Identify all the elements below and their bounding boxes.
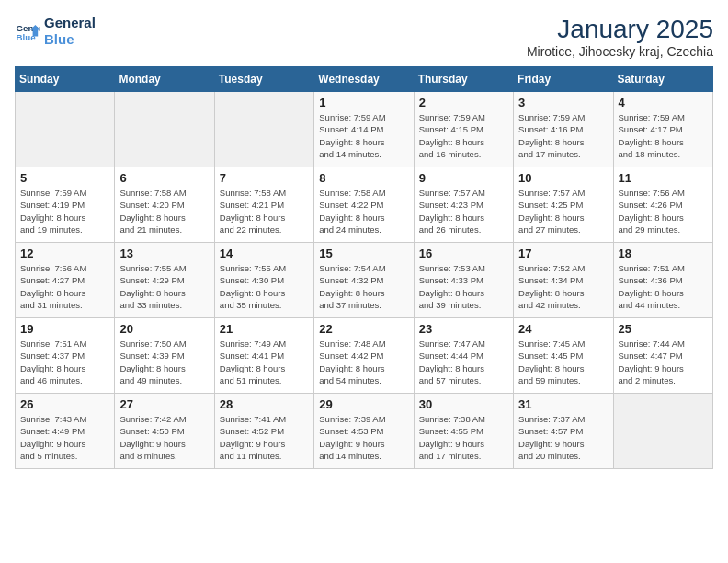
daylight-text: Daylight: 9 hours bbox=[518, 438, 608, 450]
sunrise-text: Sunrise: 7:56 AM bbox=[20, 262, 109, 274]
daylight-text: and 14 minutes. bbox=[319, 148, 408, 160]
calendar-cell bbox=[16, 92, 115, 167]
daylight-text: and 20 minutes. bbox=[518, 450, 608, 462]
daylight-text: Daylight: 8 hours bbox=[419, 136, 508, 148]
day-number: 8 bbox=[319, 171, 408, 185]
daylight-text: and 49 minutes. bbox=[119, 374, 209, 386]
sunrise-text: Sunrise: 7:58 AM bbox=[319, 187, 408, 199]
sunrise-text: Sunrise: 7:59 AM bbox=[619, 111, 708, 123]
sunrise-text: Sunrise: 7:57 AM bbox=[419, 187, 508, 199]
sunrise-text: Sunrise: 7:59 AM bbox=[518, 111, 608, 123]
daylight-text: and 51 minutes. bbox=[220, 374, 309, 386]
sunrise-text: Sunrise: 7:51 AM bbox=[619, 262, 708, 274]
daylight-text: Daylight: 8 hours bbox=[518, 212, 608, 224]
calendar-cell: 4Sunrise: 7:59 AMSunset: 4:17 PMDaylight… bbox=[613, 92, 712, 167]
sunset-text: Sunset: 4:57 PM bbox=[518, 425, 608, 437]
calendar-cell: 20Sunrise: 7:50 AMSunset: 4:39 PMDayligh… bbox=[115, 318, 214, 394]
day-number: 14 bbox=[220, 247, 309, 260]
daylight-text: and 39 minutes. bbox=[419, 299, 508, 311]
calendar-cell: 16Sunrise: 7:53 AMSunset: 4:33 PMDayligh… bbox=[414, 243, 513, 318]
sunset-text: Sunset: 4:14 PM bbox=[319, 123, 408, 135]
sunrise-text: Sunrise: 7:39 AM bbox=[319, 413, 408, 425]
sunset-text: Sunset: 4:47 PM bbox=[619, 350, 708, 362]
day-number: 18 bbox=[619, 247, 708, 260]
header-sunday: Sunday bbox=[16, 67, 115, 92]
calendar-cell: 29Sunrise: 7:39 AMSunset: 4:53 PMDayligh… bbox=[314, 394, 414, 469]
calendar-title: January 2025 bbox=[527, 15, 713, 44]
daylight-text: Daylight: 8 hours bbox=[319, 362, 408, 374]
day-number: 5 bbox=[20, 171, 109, 185]
sunset-text: Sunset: 4:34 PM bbox=[518, 274, 608, 286]
daylight-text: Daylight: 9 hours bbox=[419, 438, 508, 450]
day-number: 26 bbox=[20, 397, 109, 411]
sunset-text: Sunset: 4:37 PM bbox=[20, 350, 109, 362]
daylight-text: and 5 minutes. bbox=[20, 450, 109, 462]
calendar-cell: 24Sunrise: 7:45 AMSunset: 4:45 PMDayligh… bbox=[514, 318, 613, 394]
sunrise-text: Sunrise: 7:55 AM bbox=[119, 262, 209, 274]
daylight-text: and 18 minutes. bbox=[619, 148, 708, 160]
sunset-text: Sunset: 4:23 PM bbox=[419, 199, 508, 211]
sunset-text: Sunset: 4:22 PM bbox=[319, 199, 408, 211]
day-number: 1 bbox=[319, 96, 408, 109]
day-number: 25 bbox=[619, 322, 708, 336]
calendar-cell: 23Sunrise: 7:47 AMSunset: 4:44 PMDayligh… bbox=[414, 318, 513, 394]
logo: General Blue General Blue bbox=[15, 15, 96, 48]
sunset-text: Sunset: 4:16 PM bbox=[518, 123, 608, 135]
daylight-text: Daylight: 8 hours bbox=[518, 362, 608, 374]
daylight-text: and 54 minutes. bbox=[319, 374, 408, 386]
daylight-text: Daylight: 8 hours bbox=[619, 212, 708, 224]
title-block: January 2025 Mirotice, Jihocesky kraj, C… bbox=[527, 15, 713, 59]
calendar-cell: 2Sunrise: 7:59 AMSunset: 4:15 PMDaylight… bbox=[414, 92, 513, 167]
daylight-text: and 11 minutes. bbox=[220, 450, 309, 462]
header-saturday: Saturday bbox=[613, 67, 712, 92]
day-number: 30 bbox=[419, 397, 508, 411]
daylight-text: and 27 minutes. bbox=[518, 224, 608, 236]
daylight-text: and 17 minutes. bbox=[518, 148, 608, 160]
daylight-text: and 24 minutes. bbox=[319, 224, 408, 236]
day-number: 13 bbox=[119, 247, 209, 260]
sunrise-text: Sunrise: 7:38 AM bbox=[419, 413, 508, 425]
daylight-text: Daylight: 8 hours bbox=[220, 287, 309, 299]
daylight-text: Daylight: 8 hours bbox=[619, 287, 708, 299]
sunset-text: Sunset: 4:21 PM bbox=[220, 199, 309, 211]
calendar-cell: 17Sunrise: 7:52 AMSunset: 4:34 PMDayligh… bbox=[514, 243, 613, 318]
sunrise-text: Sunrise: 7:59 AM bbox=[20, 187, 109, 199]
sunrise-text: Sunrise: 7:50 AM bbox=[119, 338, 209, 350]
sunrise-text: Sunrise: 7:45 AM bbox=[518, 338, 608, 350]
daylight-text: and 2 minutes. bbox=[619, 374, 708, 386]
sunrise-text: Sunrise: 7:43 AM bbox=[20, 413, 109, 425]
day-number: 7 bbox=[220, 171, 309, 185]
day-number: 24 bbox=[518, 322, 608, 336]
sunrise-text: Sunrise: 7:53 AM bbox=[419, 262, 508, 274]
sunset-text: Sunset: 4:42 PM bbox=[319, 350, 408, 362]
daylight-text: Daylight: 8 hours bbox=[619, 136, 708, 148]
day-number: 27 bbox=[119, 397, 209, 411]
sunset-text: Sunset: 4:25 PM bbox=[518, 199, 608, 211]
calendar-cell: 31Sunrise: 7:37 AMSunset: 4:57 PMDayligh… bbox=[514, 394, 613, 469]
day-number: 3 bbox=[518, 96, 608, 109]
daylight-text: Daylight: 9 hours bbox=[220, 438, 309, 450]
sunset-text: Sunset: 4:52 PM bbox=[220, 425, 309, 437]
calendar-cell: 13Sunrise: 7:55 AMSunset: 4:29 PMDayligh… bbox=[115, 243, 214, 318]
daylight-text: Daylight: 8 hours bbox=[319, 136, 408, 148]
daylight-text: Daylight: 8 hours bbox=[20, 287, 109, 299]
day-number: 12 bbox=[20, 247, 109, 260]
sunset-text: Sunset: 4:27 PM bbox=[20, 274, 109, 286]
sunrise-text: Sunrise: 7:52 AM bbox=[518, 262, 608, 274]
calendar-cell: 25Sunrise: 7:44 AMSunset: 4:47 PMDayligh… bbox=[613, 318, 712, 394]
day-number: 31 bbox=[518, 397, 608, 411]
sunset-text: Sunset: 4:50 PM bbox=[119, 425, 209, 437]
sunrise-text: Sunrise: 7:47 AM bbox=[419, 338, 508, 350]
calendar-table: SundayMondayTuesdayWednesdayThursdayFrid… bbox=[15, 66, 713, 469]
daylight-text: and 31 minutes. bbox=[20, 299, 109, 311]
calendar-week-1: 1Sunrise: 7:59 AMSunset: 4:14 PMDaylight… bbox=[16, 92, 713, 167]
daylight-text: Daylight: 8 hours bbox=[419, 362, 508, 374]
sunset-text: Sunset: 4:32 PM bbox=[319, 274, 408, 286]
calendar-cell: 7Sunrise: 7:58 AMSunset: 4:21 PMDaylight… bbox=[214, 167, 313, 243]
sunset-text: Sunset: 4:17 PM bbox=[619, 123, 708, 135]
daylight-text: Daylight: 8 hours bbox=[220, 212, 309, 224]
day-number: 28 bbox=[220, 397, 309, 411]
daylight-text: Daylight: 8 hours bbox=[119, 287, 209, 299]
daylight-text: Daylight: 8 hours bbox=[220, 362, 309, 374]
daylight-text: and 26 minutes. bbox=[419, 224, 508, 236]
